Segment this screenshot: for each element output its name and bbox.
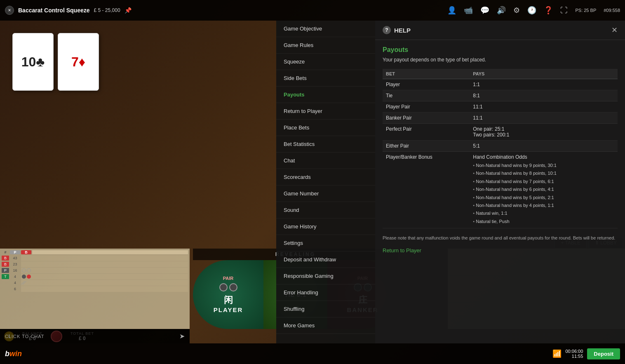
bonus-item-6: Non-Natural hand wins by 4 points, 1:1 <box>473 202 614 209</box>
card-1: 10 ♣ <box>12 33 54 91</box>
cards-area: 10 ♣ 7 ♦ <box>8 25 140 124</box>
card1-suit: ♣ <box>36 54 45 70</box>
chat-bubble-icon[interactable]: 💬 <box>480 6 489 15</box>
pays-banker-pair: 11:1 <box>470 113 618 124</box>
menu-item-squeeze[interactable]: Squeeze <box>276 54 375 70</box>
bwin-logo: bwin <box>5 350 22 358</box>
help-close-button[interactable]: ✕ <box>611 26 618 35</box>
menu-item-game-history[interactable]: Game History <box>276 218 375 235</box>
chat-send-icon[interactable]: ➤ <box>179 332 185 340</box>
bet-bonus: Player/Banker Bonus <box>383 152 470 228</box>
menu-item-chat[interactable]: Chat <box>276 153 375 169</box>
menu-item-game-rules[interactable]: Game Rules <box>276 37 375 54</box>
player-pair-chip-2 <box>229 283 237 291</box>
bet-perfect-pair: Perfect Pair <box>383 124 470 141</box>
score-row-1-grid <box>21 255 188 261</box>
score-row-4-val: 4 <box>10 275 20 279</box>
deposit-button[interactable]: Deposit <box>587 348 620 359</box>
menu-item-more-games[interactable]: More Games <box>276 317 375 334</box>
help-panel: ? HELP ✕ Payouts Your payout depends on … <box>375 21 625 343</box>
menu-item-place-bets[interactable]: Place Bets <box>276 120 375 136</box>
player-pair-chip-1 <box>219 283 228 291</box>
bottom-bar: bwin 📶 00:06:00 11:55 Deposit <box>0 343 625 364</box>
chat-bar[interactable]: CLICK TO CHAT ➤ <box>0 329 190 343</box>
bet-banker-pair: Banker Pair <box>383 113 470 124</box>
score-row-6-grid <box>21 286 188 292</box>
score-row-4-grid <box>21 274 188 279</box>
payout-row-player: Player 1:1 <box>383 79 618 90</box>
game-title: Baccarat Control Squeeze <box>18 7 90 14</box>
menu-item-error-handling[interactable]: Error Handling <box>276 284 375 301</box>
time-display: 00:06:00 11:55 <box>566 349 583 359</box>
bonus-item-8: Natural tie, Push <box>473 218 614 225</box>
fullscreen-icon[interactable]: ⛶ <box>560 6 568 15</box>
payout-row-banker-pair: Banker Pair 11:1 <box>383 113 618 124</box>
history-icon[interactable]: 🕐 <box>527 6 536 15</box>
score-row-2-grid <box>21 261 188 267</box>
people-icon[interactable]: 👤 <box>447 6 456 15</box>
ps-info: PS: 25 BP <box>575 8 596 13</box>
bonus-item-3: Non-Natural hand wins by 7 points, 6:1 <box>473 178 614 186</box>
menu-item-bet-statistics[interactable]: Bet Statistics <box>276 136 375 153</box>
card-2: 7 ♦ <box>58 33 99 91</box>
player-area[interactable]: PAIR 闲 PLAYER <box>193 260 263 329</box>
card2-rank: 7 <box>71 54 79 70</box>
menu-item-responsible-gaming[interactable]: Responsible Gaming <box>276 268 375 284</box>
bottom-right: 📶 00:06:00 11:55 Deposit <box>552 348 620 359</box>
menu-item-return-to-player[interactable]: Return to Player <box>276 103 375 120</box>
menu-item-deposit-withdraw[interactable]: Deposit and Withdraw <box>276 251 375 268</box>
help-title-row: ? HELP <box>383 26 411 34</box>
menu-item-sound[interactable]: Sound <box>276 202 375 218</box>
help-content: Payouts Your payout depends on the type … <box>375 40 625 260</box>
player-pair-label: PAIR <box>223 276 233 281</box>
scoreboard-left: # P B B 43 B 23 P 16 T 4 4 <box>0 249 190 329</box>
close-button[interactable]: × <box>5 6 14 15</box>
volume-icon[interactable]: 🔊 <box>497 6 506 15</box>
real-time: 11:55 <box>566 354 583 359</box>
menu-item-shuffling[interactable]: Shuffling <box>276 301 375 317</box>
score-row-b1-label: B <box>2 256 9 261</box>
return-to-player-link[interactable]: Return to Player <box>383 247 421 254</box>
payout-table: BET PAYS Player 1:1 Tie 8:1 Player Pair … <box>383 69 618 228</box>
help-question-icon: ? <box>383 26 391 34</box>
bet-tie: Tie <box>383 90 470 101</box>
bonus-list: Non-Natural hand wins by 9 points, 30:1 … <box>473 162 614 225</box>
score-row-5-grid <box>21 280 188 286</box>
payout-row-either-pair: Either Pair 5:1 <box>383 141 618 152</box>
pin-icon[interactable]: 📌 <box>125 7 132 14</box>
help-icon[interactable]: ❓ <box>544 6 553 15</box>
bonus-item-7: Natural win, 1:1 <box>473 209 614 217</box>
card2-suit: ♦ <box>79 54 85 70</box>
menu-item-game-number[interactable]: Game Number <box>276 186 375 202</box>
pays-tie: 8:1 <box>470 90 618 101</box>
pays-player-pair: 11:1 <box>470 101 618 113</box>
score-row-b2-label: B <box>2 262 9 267</box>
bonus-item-5: Non-Natural hand wins by 5 points, 2:1 <box>473 194 614 202</box>
score-col-b: B <box>21 250 31 254</box>
card1-rank: 10 <box>21 54 36 70</box>
payout-row-bonus: Player/Banker Bonus Hand Combination Odd… <box>383 152 618 228</box>
score-row-5-val: 4 <box>10 281 20 285</box>
settings-icon[interactable]: ⚙ <box>513 6 520 15</box>
menu-item-settings[interactable]: Settings <box>276 235 375 251</box>
top-bar: × Baccarat Control Squeeze £ 5 - 25,000 … <box>0 0 625 21</box>
payout-row-player-pair: Player Pair 11:1 <box>383 101 618 113</box>
bet-either-pair: Either Pair <box>383 141 470 152</box>
payout-row-tie: Tie 8:1 <box>383 90 618 101</box>
video-icon[interactable]: 📹 <box>464 6 473 15</box>
score-row-2-val: 23 <box>10 262 20 266</box>
score-col-p: P <box>10 250 20 254</box>
menu-item-game-objective[interactable]: Game Objective <box>276 21 375 37</box>
bet-range: £ 5 - 25,000 <box>94 7 120 13</box>
top-bar-left: × Baccarat Control Squeeze £ 5 - 25,000 … <box>5 6 132 15</box>
score-row-1-val: 43 <box>10 256 20 260</box>
col-bet-header: BET <box>383 69 470 79</box>
menu-item-scorecards[interactable]: Scorecards <box>276 169 375 186</box>
menu-item-side-bets[interactable]: Side Bets <box>276 70 375 87</box>
pays-either-pair: 5:1 <box>470 141 618 152</box>
menu-item-payouts[interactable]: Payouts <box>276 87 375 103</box>
help-menu: Game Objective Game Rules Squeeze Side B… <box>276 21 375 343</box>
score-row-3-val: 16 <box>10 268 20 272</box>
score-row-t-label: T <box>2 274 9 279</box>
bonus-item-1: Non-Natural hand wins by 9 points, 30:1 <box>473 162 614 169</box>
